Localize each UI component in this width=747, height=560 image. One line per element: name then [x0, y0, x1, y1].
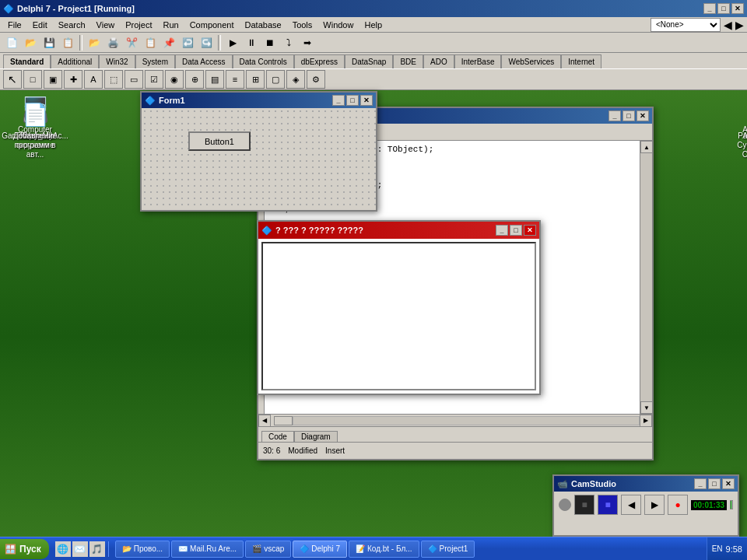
- tool-new[interactable]: 📄: [3, 34, 20, 51]
- tab-internet[interactable]: Internet: [561, 54, 601, 68]
- taskbar-item-kod[interactable]: 📝 Код.bt - Бл...: [349, 541, 419, 558]
- cam-btn-nav2[interactable]: ▶: [644, 495, 665, 515]
- menu-search[interactable]: Search: [54, 19, 90, 31]
- menu-edit[interactable]: Edit: [28, 19, 52, 31]
- menu-run[interactable]: Run: [158, 19, 183, 31]
- delphi-taskbar-icon: 🔷: [300, 544, 309, 553]
- tab-diagram[interactable]: Diagram: [294, 431, 338, 442]
- taskbar-item-delphi[interactable]: 🔷 Delphi 7: [293, 541, 347, 558]
- form1-minimize[interactable]: _: [332, 95, 345, 106]
- tool-print[interactable]: 🖨️: [104, 34, 121, 51]
- taskbar-item-project[interactable]: 🔷 Project1: [421, 541, 475, 558]
- palette-btn12[interactable]: ⊞: [246, 70, 265, 89]
- palette-btn1[interactable]: □: [23, 70, 42, 89]
- cam-btn-rec[interactable]: ●: [668, 495, 688, 515]
- tab-additional[interactable]: Additional: [51, 54, 99, 68]
- tab-dbexpress[interactable]: dbExpress: [294, 54, 345, 68]
- palette-arrow[interactable]: ↖: [3, 70, 22, 89]
- tool-saveall[interactable]: 📋: [59, 34, 76, 51]
- palette-btn14[interactable]: ◈: [286, 70, 305, 89]
- form1-maximize[interactable]: □: [346, 95, 359, 106]
- tab-code[interactable]: Code: [261, 431, 294, 442]
- scroll-down-btn[interactable]: ▼: [640, 401, 652, 414]
- icon-pakito[interactable]: 🎵 Pakito - Living in Cyberspace.mp3: [739, 96, 747, 153]
- cam-btn-black[interactable]: ■: [574, 495, 594, 515]
- tab-interbase[interactable]: InterBase: [454, 54, 502, 68]
- taskbar-item-vscap[interactable]: 🎬 vscap: [245, 541, 291, 558]
- cam-btn-blue[interactable]: ■: [598, 495, 618, 515]
- palette-btn8[interactable]: ◉: [165, 70, 184, 89]
- tool-save[interactable]: 💾: [40, 34, 58, 51]
- none-combo[interactable]: <None>: [651, 18, 721, 32]
- taskbar-item-provo[interactable]: 📂 Прово...: [115, 541, 170, 558]
- palette-btn15[interactable]: ⚙: [307, 70, 325, 89]
- combo-btn2[interactable]: ▶: [735, 19, 744, 31]
- tab-win32[interactable]: Win32: [99, 54, 135, 68]
- menu-file[interactable]: File: [3, 19, 26, 31]
- dialog-maximize[interactable]: □: [510, 225, 522, 236]
- quick-media[interactable]: 🎵: [89, 541, 105, 557]
- palette-btn4[interactable]: A: [84, 70, 103, 89]
- scroll-thumb-h[interactable]: [274, 416, 293, 425]
- tool-copy[interactable]: 📋: [142, 34, 159, 51]
- tool-open2[interactable]: 📂: [86, 34, 103, 51]
- code-editor-close[interactable]: ✕: [637, 110, 649, 121]
- palette-btn3[interactable]: ✚: [64, 70, 82, 89]
- palette-btn11[interactable]: ≡: [226, 70, 244, 89]
- palette-btn5[interactable]: ⬚: [104, 70, 123, 89]
- tab-datasnap[interactable]: DataSnap: [345, 54, 393, 68]
- tool-undo[interactable]: ↩️: [179, 34, 196, 51]
- camstudio-close[interactable]: ✕: [722, 478, 735, 489]
- form1-button1[interactable]: Button1: [188, 131, 251, 151]
- tab-standard[interactable]: Standard: [3, 54, 51, 68]
- tab-dataaccess[interactable]: Data Access: [175, 54, 233, 68]
- delphi-maximize-btn[interactable]: □: [717, 3, 730, 14]
- icon-addprog[interactable]: 📄 Добавление программ в авт...: [8, 96, 62, 163]
- start-button[interactable]: 🪟 Пуск: [0, 539, 49, 559]
- tool-pause[interactable]: ⏸: [243, 34, 260, 51]
- palette-btn2[interactable]: ▣: [44, 70, 62, 89]
- tool-redo[interactable]: ↪️: [198, 34, 215, 51]
- delphi-minimize-btn[interactable]: _: [703, 3, 716, 14]
- palette-btn9[interactable]: ⊕: [185, 70, 204, 89]
- delphi-close-btn[interactable]: ✕: [731, 3, 744, 14]
- camstudio-maximize[interactable]: □: [708, 478, 721, 489]
- tab-bde[interactable]: BDE: [393, 54, 423, 68]
- code-editor-maximize[interactable]: □: [622, 110, 635, 121]
- quick-email[interactable]: ✉️: [72, 541, 88, 557]
- taskbar-item-mail[interactable]: ✉️ Mail.Ru Are...: [171, 541, 244, 558]
- tab-system[interactable]: System: [135, 54, 175, 68]
- menu-window[interactable]: Window: [318, 19, 358, 31]
- dialog-minimize[interactable]: _: [496, 225, 508, 236]
- tool-trace[interactable]: ⤵: [280, 34, 297, 51]
- combo-btn1[interactable]: ◀: [724, 19, 732, 31]
- tool-paste[interactable]: 📌: [160, 34, 177, 51]
- tool-stop[interactable]: ⏹: [261, 34, 279, 51]
- tool-step[interactable]: ➡: [299, 34, 316, 51]
- tab-webservices[interactable]: WebServices: [501, 54, 561, 68]
- menu-component[interactable]: Component: [185, 19, 239, 31]
- scroll-up-btn[interactable]: ▲: [640, 141, 652, 153]
- tab-datacontrols[interactable]: Data Controls: [233, 54, 294, 68]
- dialog-close-btn[interactable]: ✕: [524, 225, 536, 236]
- camstudio-minimize[interactable]: _: [694, 478, 707, 489]
- tab-ado[interactable]: ADO: [423, 54, 454, 68]
- tool-cut[interactable]: ✂️: [123, 34, 140, 51]
- palette-btn10[interactable]: ▤: [205, 70, 224, 89]
- palette-btn7[interactable]: ☑: [145, 70, 163, 89]
- form1-close[interactable]: ✕: [360, 95, 373, 106]
- menu-help[interactable]: Help: [359, 19, 387, 31]
- scroll-right-btn[interactable]: ▶: [640, 415, 652, 427]
- palette-btn6[interactable]: ▭: [124, 70, 143, 89]
- tool-open[interactable]: 📂: [22, 34, 39, 51]
- menu-view[interactable]: View: [92, 19, 120, 31]
- menu-database[interactable]: Database: [240, 19, 286, 31]
- code-editor-minimize[interactable]: _: [608, 110, 621, 121]
- palette-btn13[interactable]: ▢: [266, 70, 285, 89]
- menu-project[interactable]: Project: [121, 19, 156, 31]
- tool-run[interactable]: ▶: [224, 34, 241, 51]
- cam-btn-nav1[interactable]: ◀: [621, 495, 641, 515]
- menu-tools[interactable]: Tools: [288, 19, 317, 31]
- scroll-left-btn[interactable]: ◀: [258, 415, 271, 427]
- quick-browser[interactable]: 🌐: [55, 541, 71, 557]
